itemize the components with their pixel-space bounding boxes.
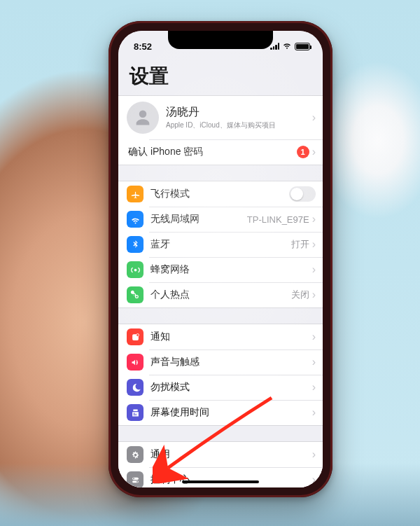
svg-point-3 bbox=[133, 478, 134, 479]
cellular-label: 蜂窝网络 bbox=[150, 263, 312, 276]
control-center-label: 控制中心 bbox=[150, 473, 312, 486]
wifi-icon bbox=[127, 211, 144, 228]
row-hotspot[interactable]: 个人热点 关闭 › bbox=[118, 282, 323, 307]
dnd-icon bbox=[127, 379, 144, 396]
alert-badge: 1 bbox=[297, 146, 309, 158]
cellular-icon bbox=[127, 261, 144, 278]
row-cellular[interactable]: 蜂窝网络 › bbox=[118, 257, 323, 282]
sounds-icon bbox=[127, 354, 144, 371]
svg-point-5 bbox=[136, 480, 138, 482]
screentime-label: 屏幕使用时间 bbox=[150, 406, 312, 419]
wifi-value: TP-LINK_E97E bbox=[247, 214, 309, 225]
bluetooth-label: 蓝牙 bbox=[150, 238, 291, 251]
row-notifications[interactable]: 通知 › bbox=[118, 324, 323, 349]
group-network: 飞行模式 无线局域网 TP-LINK_E97E › 蓝牙 打开 bbox=[118, 181, 323, 308]
chevron-right-icon: › bbox=[312, 449, 316, 460]
bluetooth-icon bbox=[127, 236, 144, 253]
row-control-center[interactable]: 控制中心 › bbox=[118, 467, 323, 487]
chevron-right-icon: › bbox=[312, 357, 316, 368]
cellular-signal-icon bbox=[270, 43, 279, 50]
chevron-right-icon: › bbox=[312, 407, 316, 418]
row-wifi[interactable]: 无线局域网 TP-LINK_E97E › bbox=[118, 207, 323, 232]
general-icon bbox=[127, 446, 144, 463]
battery-icon bbox=[295, 43, 310, 50]
group-profile: 汤晓丹 Apple ID、iCloud、媒体与购买项目 › 确认 iPhone … bbox=[118, 95, 323, 165]
avatar bbox=[127, 102, 159, 134]
chevron-right-icon: › bbox=[312, 214, 316, 225]
wifi-status-icon bbox=[282, 40, 292, 52]
row-apple-id[interactable]: 汤晓丹 Apple ID、iCloud、媒体与购买项目 › bbox=[118, 96, 323, 139]
control-center-icon bbox=[127, 471, 144, 487]
row-sounds[interactable]: 声音与触感 › bbox=[118, 349, 323, 375]
phone-chassis: 8:52 设置 汤晓丹 Apple ID、iCloud bbox=[108, 21, 332, 497]
settings-content: 设置 汤晓丹 Apple ID、iCloud、媒体与购买项目 › 确认 iPho… bbox=[118, 31, 323, 487]
chevron-right-icon: › bbox=[312, 239, 316, 250]
chevron-right-icon: › bbox=[312, 264, 316, 275]
chevron-right-icon: › bbox=[312, 382, 316, 393]
sounds-label: 声音与触感 bbox=[150, 356, 312, 368]
chevron-right-icon: › bbox=[312, 112, 316, 123]
status-time: 8:52 bbox=[134, 41, 172, 52]
profile-name: 汤晓丹 bbox=[166, 105, 312, 120]
wifi-label: 无线局域网 bbox=[150, 213, 247, 226]
row-bluetooth[interactable]: 蓝牙 打开 › bbox=[118, 232, 323, 257]
airplane-switch[interactable] bbox=[289, 186, 316, 202]
airplane-label: 飞行模式 bbox=[150, 188, 289, 200]
chevron-right-icon: › bbox=[312, 289, 316, 300]
chevron-right-icon: › bbox=[312, 146, 316, 158]
row-screen-time[interactable]: 屏幕使用时间 › bbox=[118, 400, 323, 425]
notch bbox=[168, 31, 273, 49]
group-preferences: 通知 › 声音与触感 › 勿扰模式 › bbox=[118, 324, 323, 426]
dnd-label: 勿扰模式 bbox=[150, 381, 312, 394]
phone-screen: 8:52 设置 汤晓丹 Apple ID、iCloud bbox=[118, 31, 323, 487]
row-do-not-disturb[interactable]: 勿扰模式 › bbox=[118, 375, 323, 400]
row-general[interactable]: 通用 › bbox=[118, 442, 323, 467]
hotspot-label: 个人热点 bbox=[150, 289, 291, 301]
notifications-label: 通知 bbox=[150, 331, 312, 343]
page-title: 设置 bbox=[118, 62, 323, 95]
general-label: 通用 bbox=[150, 448, 312, 461]
svg-point-1 bbox=[136, 333, 139, 336]
row-confirm-passcode[interactable]: 确认 iPhone 密码 1 › bbox=[118, 139, 323, 165]
airplane-icon bbox=[127, 186, 144, 202]
profile-subtitle: Apple ID、iCloud、媒体与购买项目 bbox=[166, 120, 312, 130]
chevron-right-icon: › bbox=[312, 331, 316, 342]
confirm-passcode-label: 确认 iPhone 密码 bbox=[128, 146, 297, 158]
screentime-icon bbox=[127, 404, 144, 421]
hotspot-value: 关闭 bbox=[291, 289, 309, 301]
hotspot-icon bbox=[127, 286, 144, 303]
home-indicator[interactable] bbox=[182, 480, 259, 483]
notifications-icon bbox=[127, 328, 144, 345]
chevron-right-icon: › bbox=[312, 474, 316, 485]
bluetooth-value: 打开 bbox=[291, 238, 309, 251]
row-airplane-mode[interactable]: 飞行模式 bbox=[118, 181, 323, 207]
